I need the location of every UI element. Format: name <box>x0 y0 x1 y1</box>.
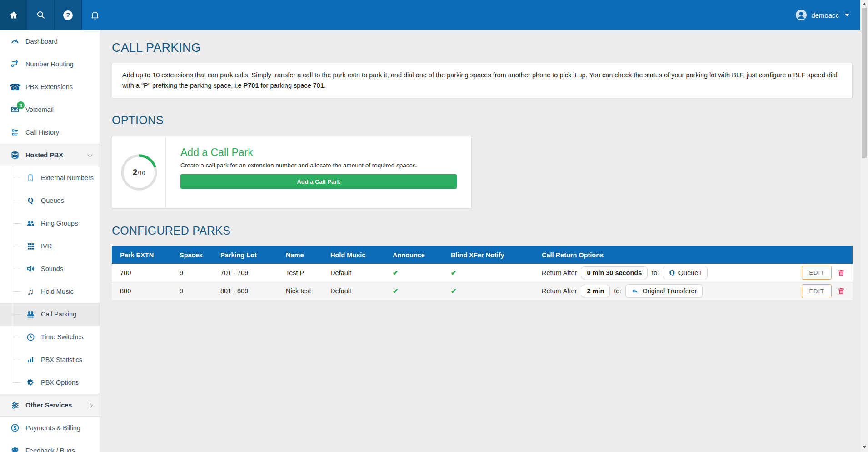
user-menu[interactable]: demoacc <box>795 9 849 21</box>
sidebar-item-label: Time Switches <box>41 333 84 341</box>
bar-chart-icon <box>25 356 36 364</box>
gauge-value: 2/10 <box>118 151 160 194</box>
voicemail-icon: 3 <box>9 105 21 114</box>
col-call-return-options: Call Return Options <box>534 246 793 264</box>
sidebar-item-label: PBX Statistics <box>41 356 82 363</box>
return-destination-badge[interactable]: Original Transferer <box>625 284 703 297</box>
sidebar-item-call-history[interactable]: Call History <box>0 121 100 144</box>
music-note-icon: ♫ <box>25 287 36 296</box>
sidebar-item-hold-music[interactable]: ♫Hold Music <box>0 280 100 303</box>
add-call-park-button[interactable]: Add a Call Park <box>180 174 457 189</box>
vertical-scrollbar[interactable] <box>860 0 868 452</box>
sidebar-item-queues[interactable]: QQueues <box>0 189 100 212</box>
table-header-row: Park EXTN Spaces Parking Lot Name Hold M… <box>112 246 853 264</box>
intro-bold-text: P701 <box>244 82 259 89</box>
cell-parking-lot: 701 - 709 <box>212 264 278 282</box>
intro-text: Add up to 10 extensions that can park ca… <box>122 71 837 89</box>
sidebar-item-label: PBX Extensions <box>25 83 73 90</box>
people-icon <box>25 219 36 228</box>
sidebar-item-label: Call History <box>25 129 59 136</box>
edit-button[interactable]: EDIT <box>802 284 832 298</box>
return-after-value-badge[interactable]: 0 min 30 seconds <box>581 266 648 279</box>
scroll-down-arrow[interactable] <box>860 443 868 451</box>
intro-text-suffix: for parking space 701. <box>259 82 326 89</box>
cell-parking-lot: 801 - 809 <box>212 282 278 300</box>
mobile-icon <box>25 174 36 182</box>
search-button[interactable] <box>27 0 55 30</box>
sidebar-item-other-services[interactable]: Other Services <box>0 394 100 417</box>
announce-check-icon: ✔ <box>393 269 399 276</box>
col-name: Name <box>278 246 322 264</box>
help-button[interactable]: ? <box>55 0 82 30</box>
configured-parks-table: Park EXTN Spaces Parking Lot Name Hold M… <box>112 246 853 301</box>
options-heading: OPTIONS <box>112 114 860 127</box>
notification-count-badge: 3 <box>17 101 25 109</box>
home-button[interactable] <box>0 0 27 30</box>
sidebar-item-pbx-statistics[interactable]: PBX Statistics <box>0 348 100 371</box>
notifications-button[interactable] <box>90 10 100 20</box>
bell-icon <box>90 10 100 20</box>
sidebar-item-sounds[interactable]: Sounds <box>0 257 100 280</box>
sidebar-item-label: Number Routing <box>25 60 74 68</box>
to-label: to: <box>652 269 659 276</box>
return-destination-label: Original Transferer <box>642 287 697 295</box>
sidebar-item-ivr[interactable]: IVR <box>0 235 100 257</box>
col-actions <box>793 246 853 264</box>
cell-name: Test P <box>278 264 322 282</box>
chevron-down-icon <box>87 152 92 157</box>
sidebar-item-call-parking[interactable]: Call Parking <box>0 303 100 326</box>
sidebar-item-ring-groups[interactable]: Ring Groups <box>0 212 100 235</box>
sidebar-item-label: Voicemail <box>25 106 54 113</box>
sidebar-item-label: Queues <box>41 197 64 204</box>
page-title: CALL PARKING <box>112 41 860 55</box>
intro-card: Add up to 10 extensions that can park ca… <box>112 63 853 98</box>
sidebar-item-feedback-bugs[interactable]: Feedback / Bugs <box>0 439 100 452</box>
announce-check-icon: ✔ <box>393 287 399 295</box>
sidebar-item-label: Ring Groups <box>41 220 78 227</box>
sidebar-item-pbx-extensions[interactable]: ☎PBX Extensions <box>0 75 100 98</box>
sidebar-item-time-switches[interactable]: Time Switches <box>0 326 100 348</box>
dashboard-icon <box>9 37 21 46</box>
cell-spaces: 9 <box>171 264 212 282</box>
help-icon: ? <box>63 10 73 20</box>
chat-icon <box>9 446 21 452</box>
return-after-value-badge[interactable]: 2 min <box>581 285 610 297</box>
edit-button[interactable]: EDIT <box>802 266 832 280</box>
routing-icon <box>9 60 21 69</box>
scroll-up-arrow[interactable] <box>860 0 868 8</box>
queue-icon: Q <box>25 197 36 204</box>
trash-icon[interactable] <box>837 287 845 295</box>
sidebar-item-external-numbers[interactable]: External Numbers <box>0 166 100 189</box>
sidebar-item-label: Other Services <box>25 402 72 409</box>
username: demoacc <box>811 11 839 19</box>
phone-icon: ☎ <box>9 82 21 92</box>
sidebar-item-number-routing[interactable]: Number Routing <box>0 53 100 75</box>
sidebar-item-dashboard[interactable]: Dashboard <box>0 30 100 53</box>
sidebar-item-label: Dashboard <box>25 38 58 45</box>
cell-hold-music: Default <box>322 282 384 300</box>
sidebar-item-payments-billing[interactable]: Payments & Billing <box>0 417 100 439</box>
sidebar-item-label: IVR <box>41 242 52 250</box>
return-after-label: Return After <box>542 269 577 276</box>
col-blind-xfer-notify: Blind XFer Notify <box>443 246 534 264</box>
grid-icon <box>25 242 36 250</box>
sidebar-item-voicemail[interactable]: 3Voicemail <box>0 98 100 121</box>
reply-icon <box>631 287 639 295</box>
table-row: 800 9 801 - 809 Nick test Default ✔ ✔ Re… <box>112 282 853 300</box>
dollar-icon <box>9 423 21 432</box>
call-return-options: Return After 0 min 30 seconds to: Q Queu… <box>542 266 793 279</box>
col-hold-music: Hold Music <box>322 246 384 264</box>
return-destination-badge[interactable]: Q Queue1 <box>663 266 708 279</box>
top-navigation-bar: ? demoacc <box>0 0 860 30</box>
scrollbar-thumb[interactable] <box>862 8 867 158</box>
sidebar-item-pbx-options[interactable]: PBX Options <box>0 371 100 394</box>
clock-icon <box>25 333 36 342</box>
row-actions: EDIT <box>802 284 853 298</box>
return-destination-label: Queue1 <box>678 269 702 276</box>
options-card: 2/10 Add a Call Park Create a call park … <box>112 136 472 209</box>
table-row: 700 9 701 - 709 Test P Default ✔ ✔ Retur… <box>112 264 853 282</box>
sidebar-item-hosted-pbx[interactable]: Hosted PBX <box>0 144 100 166</box>
trash-icon[interactable] <box>837 269 845 277</box>
call-parking-icon <box>25 310 36 319</box>
sidebar-item-label: Payments & Billing <box>25 424 80 432</box>
